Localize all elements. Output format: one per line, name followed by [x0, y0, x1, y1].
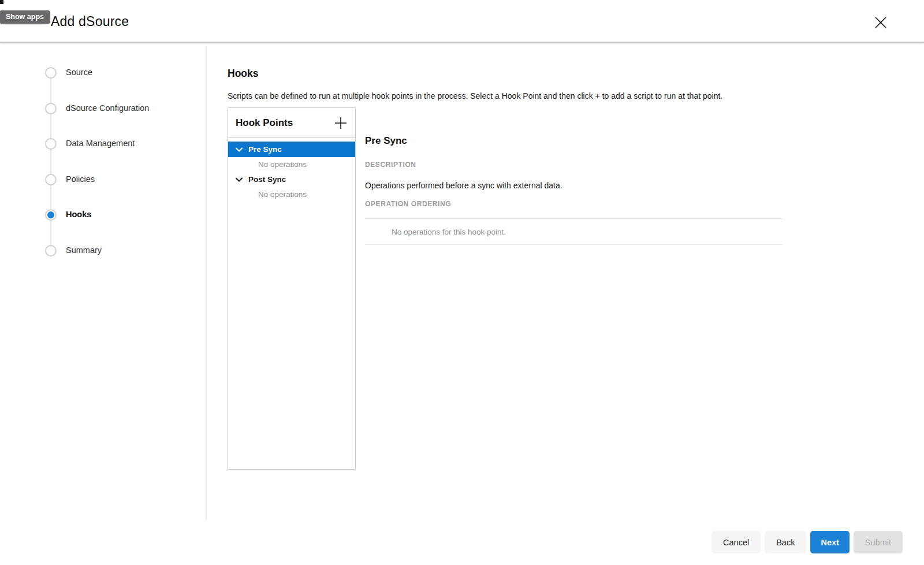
stepper-connector-line: [50, 73, 51, 251]
step-label: Hooks: [66, 210, 91, 219]
dialog-header: Add dSource: [0, 0, 924, 43]
page-heading: Hooks: [228, 68, 258, 80]
hook-points-panel: Hook Points Pre Sync No opera: [228, 107, 356, 470]
step-circle: [45, 103, 57, 114]
description-text: Operations performed before a sync with …: [365, 181, 783, 190]
cancel-button[interactable]: Cancel: [711, 531, 761, 553]
show-apps-tooltip: Show apps: [0, 10, 50, 24]
hook-point-row-pre-sync[interactable]: Pre Sync: [228, 142, 355, 157]
step-circle: [45, 174, 57, 185]
step-label: Policies: [66, 174, 95, 184]
hook-points-list: Pre Sync No operations Post Sync No oper…: [228, 138, 355, 202]
hook-point-operations-pre-sync: No operations: [228, 157, 355, 172]
submit-button[interactable]: Submit: [854, 531, 903, 553]
back-button[interactable]: Back: [765, 531, 806, 553]
step-circle: [45, 138, 57, 150]
detail-title: Pre Sync: [365, 135, 783, 147]
hook-point-row-post-sync[interactable]: Post Sync: [228, 172, 355, 187]
hook-point-detail: Pre Sync DESCRIPTION Operations performe…: [365, 135, 783, 245]
browser-corner-fragment: [0, 0, 3, 4]
add-dsource-dialog: Show apps Add dSource Source dSource Con…: [0, 0, 924, 565]
close-icon: [874, 16, 888, 29]
add-hook-script-button[interactable]: [333, 116, 348, 131]
step-circle: [45, 245, 57, 257]
operation-ordering-label: OPERATION ORDERING: [365, 200, 783, 208]
step-label: Source: [66, 68, 92, 77]
hook-points-title: Hook Points: [236, 117, 293, 129]
wizard-footer: Cancel Back Next Submit: [711, 531, 903, 553]
hook-point-operations-post-sync: No operations: [228, 187, 355, 202]
step-circle-active: [45, 209, 57, 221]
sidebar-divider: [206, 46, 207, 521]
operations-empty-box: No operations for this hook point.: [365, 218, 783, 245]
step-circle: [45, 67, 57, 79]
hook-points-header: Hook Points: [228, 108, 355, 138]
step-label: Data Management: [66, 139, 135, 148]
hook-point-label: Pre Sync: [248, 145, 282, 154]
next-button[interactable]: Next: [810, 531, 849, 553]
step-label: Summary: [66, 246, 102, 255]
hook-point-label: Post Sync: [248, 175, 286, 184]
plus-icon: [334, 117, 347, 129]
step-label: dSource Configuration: [66, 103, 149, 113]
description-label: DESCRIPTION: [365, 161, 783, 169]
dialog-title: Add dSource: [51, 14, 129, 29]
page-instructions: Scripts can be defined to run at multipl…: [228, 91, 722, 101]
wizard-stepper: Source dSource Configuration Data Manage…: [0, 0, 206, 520]
chevron-down-icon: [236, 147, 243, 152]
close-button[interactable]: [871, 13, 891, 32]
operations-empty-text: No operations for this hook point.: [392, 228, 506, 236]
chevron-down-icon: [236, 177, 243, 182]
